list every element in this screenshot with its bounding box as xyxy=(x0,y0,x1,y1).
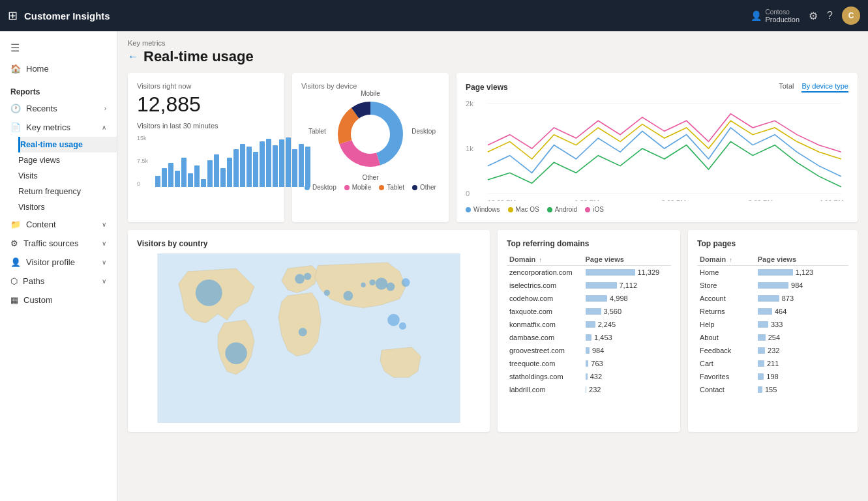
sidebar-item-visitors[interactable]: Visitors xyxy=(18,199,117,215)
page-name-cell: Contact xyxy=(697,383,755,396)
top-pages-card: Top pages Domain ↑ Page views Home xyxy=(688,230,858,432)
visitors-label: Visitors xyxy=(18,203,45,212)
table-row: Cart 211 xyxy=(697,357,848,370)
sidebar-item-paths[interactable]: ⬡ Paths ∨ xyxy=(0,272,117,291)
hamburger-menu[interactable]: ☰ xyxy=(0,36,117,59)
grid-icon[interactable]: ⊞ xyxy=(8,8,18,23)
traffic-sources-label: Traffic sources xyxy=(23,238,79,248)
mobile-legend-label: Mobile xyxy=(352,184,371,191)
sidebar-home-label: Home xyxy=(26,64,49,74)
views-cell: 232 xyxy=(583,383,672,396)
page-views-value: 232 xyxy=(768,347,779,354)
content-icon: 📁 xyxy=(10,220,21,229)
sidebar-item-realtime[interactable]: Real-time usage xyxy=(18,137,117,152)
page-views-cell: 211 xyxy=(755,357,848,370)
table-row: Help 333 xyxy=(697,318,848,331)
referring-domains-table: Domain ↑ Page views zencorporation.com 1… xyxy=(507,253,671,396)
sidebar-item-custom[interactable]: ▦ Custom xyxy=(0,291,117,309)
mini-bar xyxy=(758,386,762,393)
page-title: Real-time usage xyxy=(143,48,254,65)
page-views-card: Page views Total By device type 2k 1k 0 xyxy=(456,73,858,222)
content-area: Key metrics ← Real-time usage Visitors r… xyxy=(117,31,868,501)
mini-bar xyxy=(586,334,592,341)
legend-ios: iOS xyxy=(585,206,604,213)
table-row: About 254 xyxy=(697,331,848,344)
sidebar-item-visits[interactable]: Visits xyxy=(18,168,117,184)
top-navigation: ⊞ Customer Insights 👤 Contoso Production… xyxy=(0,0,868,31)
app-title: Customer Insights xyxy=(24,10,110,21)
bar xyxy=(292,149,297,187)
page-views-value: 254 xyxy=(768,334,780,341)
return-freq-label: Return frequency xyxy=(18,187,81,196)
svg-point-20 xyxy=(376,278,388,290)
sidebar-item-return-frequency[interactable]: Return frequency xyxy=(18,184,117,199)
help-button[interactable]: ? xyxy=(827,10,833,21)
page-views-value: 873 xyxy=(782,294,794,302)
visits-label: Visits xyxy=(18,171,38,180)
android-label: Android xyxy=(555,206,577,213)
bar xyxy=(181,158,187,187)
macos-dot xyxy=(508,207,513,212)
svg-point-18 xyxy=(295,274,305,284)
y-label-0: 0 xyxy=(137,180,148,187)
svg-point-30 xyxy=(402,278,410,287)
sidebar-reports-section: Reports 🕐 Recents › 📄 Key metrics ∧ Real… xyxy=(0,82,117,309)
mini-bar xyxy=(758,373,764,380)
legend-android: Android xyxy=(547,206,577,213)
recents-label: Recents xyxy=(26,104,57,113)
views-value: 3,560 xyxy=(604,308,622,315)
bar xyxy=(240,144,245,187)
views-cell: 763 xyxy=(583,357,672,370)
domain-cell: treequote.com xyxy=(507,357,583,370)
page-views-cell: 333 xyxy=(755,318,848,331)
y-label-7k: 7.5k xyxy=(137,158,148,164)
sidebar-item-page-views[interactable]: Page views xyxy=(18,152,117,168)
table-row: faxquote.com 3,560 xyxy=(507,305,671,318)
page-views-header: Page views Total By device type xyxy=(466,82,848,93)
chart-tabs: Total By device type xyxy=(779,82,848,93)
custom-icon: ▦ xyxy=(10,295,18,305)
page-views-title: Page views xyxy=(466,83,508,92)
donut-card-title: Visitors by device xyxy=(301,82,440,90)
pages-pageviews-col-header[interactable]: Page views xyxy=(755,253,848,266)
bar xyxy=(286,137,291,187)
ios-dot xyxy=(585,207,590,212)
views-cell: 4,998 xyxy=(583,292,672,305)
visitors-now-value: 12,885 xyxy=(137,93,275,117)
sidebar-item-traffic-sources[interactable]: ⚙ Traffic sources ∨ xyxy=(0,234,117,253)
bar xyxy=(194,165,200,187)
domain-col-header[interactable]: Domain ↑ xyxy=(507,253,583,266)
y-label-15k: 15k xyxy=(137,135,148,141)
pageviews-col-header[interactable]: Page views xyxy=(583,253,672,266)
desktop-label: Desktop xyxy=(412,128,436,135)
visitor-profile-label: Visitor profile xyxy=(26,257,75,267)
domain-cell: dambase.com xyxy=(507,331,583,344)
mini-bar xyxy=(586,295,608,302)
bottom-row-cards: Visitors by country xyxy=(128,230,858,432)
avatar[interactable]: C xyxy=(842,7,860,25)
bar xyxy=(279,139,284,187)
pages-domain-col-header[interactable]: Domain ↑ xyxy=(697,253,755,266)
sidebar-item-content[interactable]: 📁 Content ∨ xyxy=(0,215,117,234)
page-views-value: 1,123 xyxy=(796,268,814,276)
page-name-cell: Returns xyxy=(697,305,755,318)
sidebar-item-key-metrics[interactable]: 📄 Key metrics ∧ xyxy=(0,118,117,137)
sidebar-item-home[interactable]: 🏠 Home xyxy=(0,59,117,78)
person-icon: 👤 xyxy=(751,10,762,21)
page-views-label: Page views xyxy=(18,156,60,165)
views-cell: 984 xyxy=(583,344,672,357)
main-layout: ☰ 🏠 Home Reports 🕐 Recents › 📄 Key metri… xyxy=(0,31,868,501)
chevron-down-icon3: ∨ xyxy=(102,259,106,266)
sidebar-item-visitor-profile[interactable]: 👤 Visitor profile ∨ xyxy=(0,253,117,272)
sidebar-item-recents[interactable]: 🕐 Recents › xyxy=(0,99,117,118)
top-pages-table: Domain ↑ Page views Home 1,123 Store xyxy=(697,253,848,396)
macos-label: Mac OS xyxy=(516,206,539,213)
tab-total[interactable]: Total xyxy=(779,82,794,93)
key-metrics-label: Key metrics xyxy=(26,122,70,132)
line-chart-svg: 2k 1k 0 12:00 PM 1:00 PM 2:00 PM 3:00 PM… xyxy=(466,96,848,201)
settings-button[interactable]: ⚙ xyxy=(809,10,818,22)
bar xyxy=(214,154,219,187)
tab-by-device[interactable]: By device type xyxy=(801,82,848,93)
back-button[interactable]: ← xyxy=(128,51,138,63)
table-row: Store 984 xyxy=(697,279,848,292)
